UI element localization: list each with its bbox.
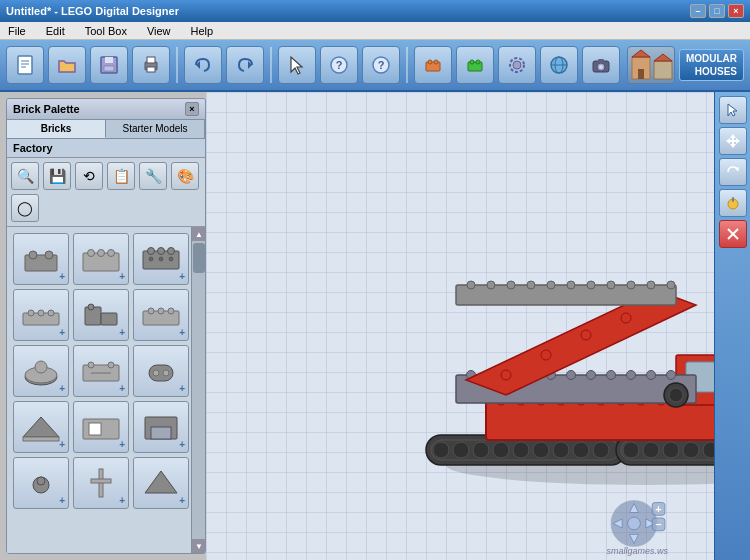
- palette-tabs: Bricks Starter Models: [7, 120, 205, 139]
- menu-view[interactable]: View: [143, 24, 175, 38]
- palette-copy-btn[interactable]: 📋: [107, 162, 135, 190]
- svg-point-89: [513, 442, 529, 458]
- svg-point-145: [669, 388, 683, 402]
- undo-button[interactable]: [184, 46, 222, 84]
- rt-color-btn[interactable]: [719, 189, 747, 217]
- svg-point-57: [88, 304, 94, 310]
- rt-delete-btn[interactable]: [719, 220, 747, 248]
- help2-button[interactable]: ?: [362, 46, 400, 84]
- brick-item-6[interactable]: +: [13, 345, 69, 397]
- svg-point-100: [703, 442, 714, 458]
- brick-item-4[interactable]: +: [73, 289, 129, 341]
- nav-controls[interactable]: + –: [604, 498, 664, 548]
- svg-marker-35: [632, 50, 650, 57]
- brick-item-8[interactable]: +: [133, 345, 189, 397]
- palette-save-btn[interactable]: 💾: [43, 162, 71, 190]
- svg-marker-173: [730, 144, 736, 148]
- rt-select-btn[interactable]: [719, 96, 747, 124]
- palette-search-btn[interactable]: 🔍: [11, 162, 39, 190]
- svg-text:+: +: [655, 503, 661, 515]
- svg-point-151: [547, 281, 555, 289]
- scrollbar-thumb[interactable]: [193, 243, 205, 273]
- save-button[interactable]: [90, 46, 128, 84]
- brick-item-0[interactable]: +: [13, 233, 69, 285]
- svg-point-19: [434, 60, 438, 64]
- svg-rect-178: [732, 197, 734, 202]
- svg-rect-9: [147, 67, 155, 72]
- new-button[interactable]: [6, 46, 44, 84]
- minimize-button[interactable]: –: [690, 4, 706, 18]
- palette-title-bar: Brick Palette ×: [7, 99, 205, 120]
- menu-help[interactable]: Help: [187, 24, 218, 38]
- maximize-button[interactable]: □: [709, 4, 725, 18]
- svg-point-92: [573, 442, 589, 458]
- title-bar: Untitled* - LEGO Digital Designer – □ ×: [0, 0, 750, 22]
- globe-button[interactable]: [540, 46, 578, 84]
- palette-settings-btn[interactable]: 🔧: [139, 162, 167, 190]
- palette-scrollbar[interactable]: ▲ ▼: [191, 227, 205, 553]
- window-controls: – □ ×: [690, 4, 744, 18]
- brick-item-9[interactable]: +: [13, 401, 69, 453]
- menu-edit[interactable]: Edit: [42, 24, 69, 38]
- menu-toolbox[interactable]: Tool Box: [81, 24, 131, 38]
- svg-point-148: [487, 281, 495, 289]
- svg-rect-6: [104, 66, 114, 71]
- brick-item-1[interactable]: +: [73, 233, 129, 285]
- right-toolbar: [714, 92, 750, 560]
- scroll-down-arrow[interactable]: ▼: [192, 539, 205, 553]
- svg-marker-82: [145, 471, 177, 493]
- svg-point-153: [587, 281, 595, 289]
- brick-item-5[interactable]: +: [133, 289, 189, 341]
- print-button[interactable]: [132, 46, 170, 84]
- tab-bricks[interactable]: Bricks: [7, 120, 106, 138]
- svg-point-86: [453, 442, 469, 458]
- brick-item-14[interactable]: +: [133, 457, 189, 509]
- canvas-area[interactable]: + – smallgames.ws: [206, 92, 714, 560]
- palette-circle-btn[interactable]: ◯: [11, 194, 39, 222]
- svg-point-136: [627, 371, 636, 380]
- help1-button[interactable]: ?: [320, 46, 358, 84]
- camera-button[interactable]: [582, 46, 620, 84]
- brick-item-12[interactable]: +: [13, 457, 69, 509]
- brick-item-11[interactable]: +: [133, 401, 189, 453]
- svg-rect-34: [654, 61, 672, 79]
- svg-point-23: [513, 61, 521, 69]
- palette-refresh-btn[interactable]: ⟲: [75, 162, 103, 190]
- redo-button[interactable]: [226, 46, 264, 84]
- svg-marker-174: [726, 138, 730, 144]
- brick-green-button[interactable]: [456, 46, 494, 84]
- brick-item-3[interactable]: +: [13, 289, 69, 341]
- settings-button[interactable]: [498, 46, 536, 84]
- modular-badge: MODULAR HOUSES: [679, 49, 744, 81]
- rt-move-btn[interactable]: [719, 127, 747, 155]
- brick-item-13[interactable]: +: [73, 457, 129, 509]
- svg-point-135: [607, 371, 616, 380]
- svg-point-142: [581, 330, 591, 340]
- separator-1: [176, 47, 178, 83]
- palette-category: Factory: [7, 139, 205, 158]
- main-area: Brick Palette × Bricks Starter Models Fa…: [0, 92, 750, 560]
- svg-rect-73: [23, 437, 59, 441]
- open-button[interactable]: [48, 46, 86, 84]
- palette-color-btn[interactable]: 🎨: [171, 162, 199, 190]
- rt-rotate-btn[interactable]: [719, 158, 747, 186]
- svg-point-157: [667, 281, 675, 289]
- scroll-up-arrow[interactable]: ▲: [192, 227, 205, 241]
- svg-point-97: [643, 442, 659, 458]
- tab-starter-models[interactable]: Starter Models: [106, 120, 205, 138]
- brick-select-button[interactable]: [414, 46, 452, 84]
- svg-point-54: [48, 310, 54, 316]
- svg-point-137: [647, 371, 656, 380]
- brick-item-10[interactable]: +: [73, 401, 129, 453]
- close-button[interactable]: ×: [728, 4, 744, 18]
- brick-item-2[interactable]: +: [133, 233, 189, 285]
- svg-point-156: [647, 281, 655, 289]
- brick-item-7[interactable]: +: [73, 345, 129, 397]
- svg-marker-12: [291, 57, 302, 74]
- svg-point-138: [667, 371, 676, 380]
- palette-close-button[interactable]: ×: [185, 102, 199, 116]
- cursor-button[interactable]: [278, 46, 316, 84]
- svg-rect-81: [91, 479, 111, 483]
- menu-file[interactable]: File: [4, 24, 30, 38]
- svg-point-22: [476, 60, 480, 64]
